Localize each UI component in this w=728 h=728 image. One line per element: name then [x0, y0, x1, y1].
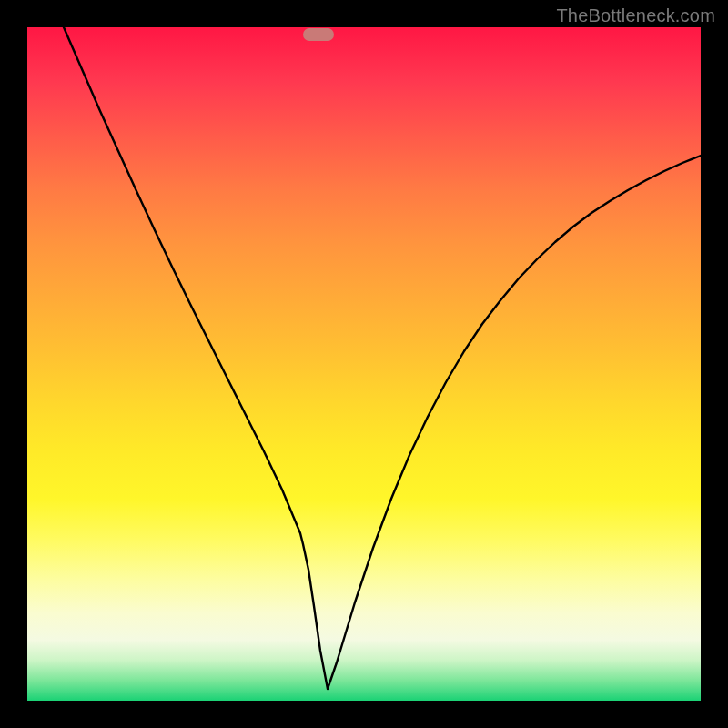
optimal-marker [303, 28, 334, 41]
watermark-text: TheBottleneck.com [556, 5, 715, 26]
bottleneck-curve [27, 27, 701, 701]
plot-area [27, 27, 701, 701]
